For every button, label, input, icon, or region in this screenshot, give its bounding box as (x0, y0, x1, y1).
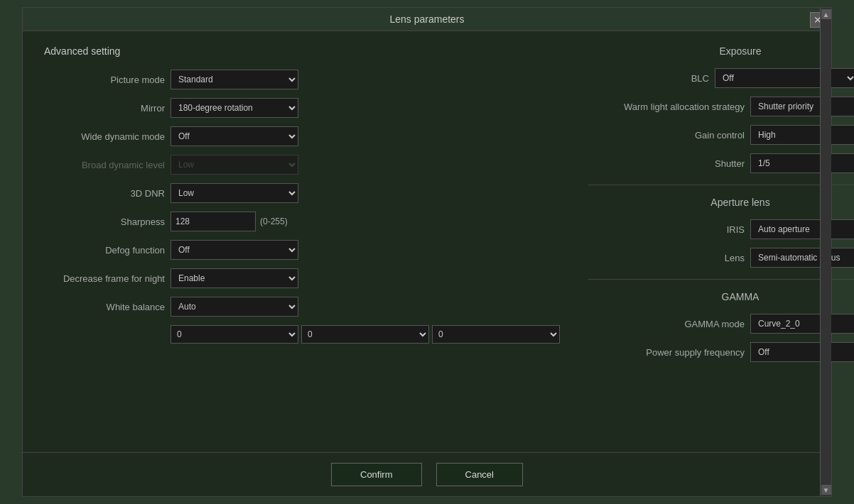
sharpness-range-hint: (0-255) (260, 217, 288, 226)
picture-mode-row: Picture mode Standard (44, 70, 560, 89)
blc-label: BLC (588, 73, 709, 84)
warm-light-control: Shutter priority (750, 97, 854, 116)
gamma-mode-label: GAMMA mode (588, 319, 745, 329)
gamma-mode-row: GAMMA mode Curve_2_0 (588, 314, 854, 334)
broad-dynamic-level-select[interactable]: Low (171, 155, 298, 175)
picture-mode-label: Picture mode (44, 75, 165, 85)
mirror-row: Mirror 180-degree rotation (44, 98, 560, 118)
lens-select[interactable]: Semi-automatic focus (750, 248, 854, 268)
warm-light-row: Warm light allocation strategy Shutter p… (588, 97, 854, 116)
cancel-button[interactable]: Cancel (436, 463, 523, 486)
iris-control: Auto aperture (750, 219, 854, 239)
power-supply-frequency-row: Power supply frequency Off (588, 342, 854, 362)
decrease-frame-label: Decrease frame for night (44, 273, 165, 284)
blc-select[interactable]: Off (715, 68, 854, 88)
white-balance-label: White balance (44, 302, 165, 312)
3d-dnr-label: 3D DNR (44, 188, 165, 199)
shutter-control: 1/5 (750, 153, 854, 173)
scroll-down-button[interactable]: ▼ (821, 485, 831, 495)
defog-function-label: Defog function (44, 245, 165, 256)
confirm-button[interactable]: Confirm (331, 463, 422, 486)
shutter-select[interactable]: 1/5 (750, 153, 854, 173)
defog-function-control: Off (171, 240, 560, 260)
wb-value-1-select[interactable]: 0 (171, 325, 298, 344)
iris-row: IRIS Auto aperture (588, 219, 854, 239)
gamma-section-title: GAMMA (588, 291, 854, 302)
wide-dynamic-mode-row: Wide dynamic mode Off (44, 126, 560, 146)
power-supply-frequency-control: Off (750, 342, 854, 362)
mirror-label: Mirror (44, 103, 165, 114)
wide-dynamic-mode-control: Off (171, 126, 560, 146)
right-panel: Exposure BLC Off Warm light allocation s… (588, 45, 854, 438)
broad-dynamic-level-row: Broad dynamic level Low (44, 155, 560, 175)
gain-control-control: High (750, 125, 854, 145)
gain-control-label: Gain control (588, 130, 745, 141)
dialog-footer: Confirm Cancel (23, 452, 831, 496)
wb-value-3-select[interactable]: 0 (432, 325, 560, 344)
decrease-frame-row: Decrease frame for night Enable (44, 268, 560, 288)
dialog-content: Advanced setting Picture mode Standard M… (23, 31, 831, 452)
dialog-title: Lens parameters ✕ (23, 8, 831, 31)
blc-row: BLC Off (588, 68, 854, 88)
defog-function-select[interactable]: Off (171, 240, 298, 260)
aperture-section-title: Aperture lens (588, 197, 854, 208)
lens-label: Lens (588, 253, 745, 263)
broad-dynamic-level-control: Low (171, 155, 560, 175)
defog-function-row: Defog function Off (44, 240, 560, 260)
decrease-frame-control: Enable (171, 268, 560, 288)
wb-value-2-select[interactable]: 0 (301, 325, 429, 344)
wide-dynamic-mode-label: Wide dynamic mode (44, 131, 165, 142)
mirror-control: 180-degree rotation (171, 98, 560, 118)
lens-parameters-dialog: Lens parameters ✕ Advanced setting Pictu… (22, 7, 832, 497)
power-supply-frequency-label: Power supply frequency (588, 347, 745, 358)
gain-control-row: Gain control High (588, 125, 854, 145)
divider-2 (588, 279, 854, 280)
picture-mode-select[interactable]: Standard (171, 70, 298, 89)
white-balance-row: White balance Auto (44, 297, 560, 317)
sharpness-input[interactable] (171, 212, 256, 231)
scroll-up-button[interactable]: ▲ (821, 9, 831, 19)
wide-dynamic-mode-select[interactable]: Off (171, 126, 298, 146)
3d-dnr-select[interactable]: Low (171, 183, 298, 203)
iris-label: IRIS (588, 224, 745, 235)
scrollbar: ▲ ▼ (820, 8, 831, 496)
3d-dnr-control: Low (171, 183, 560, 203)
exposure-section-title: Exposure (588, 45, 854, 57)
title-text: Lens parameters (389, 13, 464, 25)
mirror-select[interactable]: 180-degree rotation (171, 98, 298, 118)
sharpness-control: (0-255) (171, 212, 560, 231)
power-supply-frequency-select[interactable]: Off (750, 342, 854, 362)
wb-values-row: 0 0 0 (171, 325, 560, 344)
iris-select[interactable]: Auto aperture (750, 219, 854, 239)
decrease-frame-select[interactable]: Enable (171, 268, 298, 288)
left-panel: Advanced setting Picture mode Standard M… (44, 45, 560, 438)
divider-1 (588, 185, 854, 185)
blc-control: Off (715, 68, 854, 88)
sharpness-row: Sharpness (0-255) (44, 212, 560, 231)
lens-control: Semi-automatic focus (750, 248, 854, 268)
shutter-row: Shutter 1/5 (588, 153, 854, 173)
3d-dnr-row: 3D DNR Low (44, 183, 560, 203)
gamma-mode-select[interactable]: Curve_2_0 (750, 314, 854, 334)
advanced-setting-label: Advanced setting (44, 45, 560, 57)
lens-row: Lens Semi-automatic focus (588, 248, 854, 268)
picture-mode-control: Standard (171, 70, 560, 89)
broad-dynamic-level-label: Broad dynamic level (44, 160, 165, 170)
shutter-label: Shutter (588, 158, 745, 169)
white-balance-select[interactable]: Auto (171, 297, 298, 317)
gamma-mode-control: Curve_2_0 (750, 314, 854, 334)
gain-control-select[interactable]: High (750, 125, 854, 145)
warm-light-select[interactable]: Shutter priority (750, 97, 854, 116)
warm-light-label: Warm light allocation strategy (588, 102, 745, 112)
sharpness-label: Sharpness (44, 217, 165, 227)
white-balance-control: Auto (171, 297, 560, 317)
